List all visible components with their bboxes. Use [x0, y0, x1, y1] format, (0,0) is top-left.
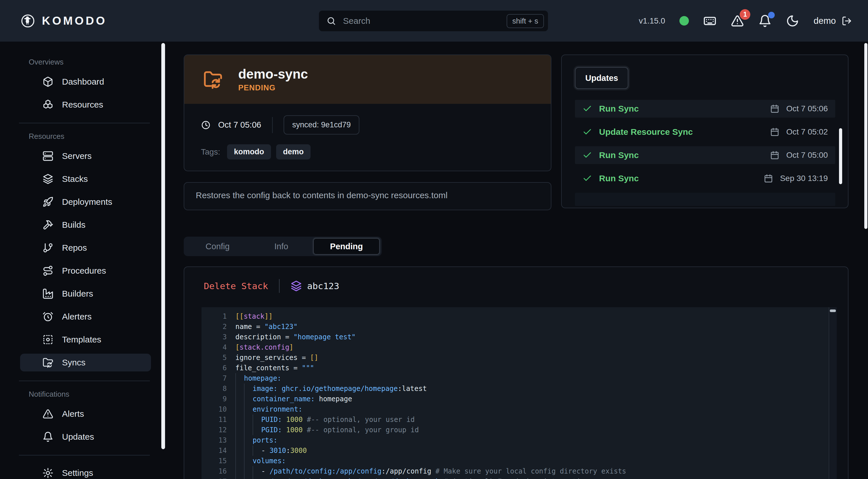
sidebar-item-repos[interactable]: Repos — [20, 239, 151, 257]
code-line: 5ignore_services = [] — [210, 352, 837, 363]
code-line: 8image: ghcr.io/gethomepage/homepage:lat… — [210, 383, 837, 394]
sidebar-item-label: Stacks — [62, 174, 88, 184]
bell-icon — [42, 432, 53, 442]
sidebar-item-label: Alerters — [62, 312, 92, 321]
tab-config[interactable]: Config — [186, 239, 249, 254]
tab-pending[interactable]: Pending — [313, 238, 380, 255]
line-number: 9 — [210, 394, 227, 404]
sidebar-item-procedures[interactable]: Procedures — [20, 262, 151, 280]
sidebar-item-dashboard[interactable]: Dashboard — [20, 73, 151, 91]
page-scrollbar-thumb[interactable] — [864, 43, 867, 229]
update-timestamp: Oct 7 05:00 — [786, 150, 828, 160]
update-row[interactable]: Run SyncSep 30 13:19 — [575, 170, 835, 187]
code-line: 10environment: — [210, 404, 837, 414]
home-link[interactable]: KOMODO — [21, 0, 107, 42]
check-icon — [582, 127, 592, 137]
pending-target-name: abc123 — [307, 281, 339, 291]
indent-guide — [244, 414, 253, 425]
pending-action-label: Delete Stack — [204, 281, 268, 291]
server-status-dot[interactable] — [679, 16, 689, 26]
layers-icon — [42, 174, 53, 184]
code-token: #-- optional, your group id — [307, 426, 419, 434]
resource-title-block: demo-sync PENDING — [238, 67, 308, 92]
code-editor[interactable]: 1[[stack]]2name = "abc123"3description =… — [202, 307, 837, 479]
updates-bell-button[interactable] — [758, 14, 772, 28]
sidebar-item-deployments[interactable]: Deployments — [20, 193, 151, 211]
update-timestamp: Oct 7 05:06 — [786, 104, 828, 113]
updates-notification-dot — [768, 12, 775, 19]
status-badge: PENDING — [238, 84, 308, 92]
update-row[interactable]: Run SyncOct 7 05:00 — [575, 146, 835, 164]
pending-change-header: Delete Stack abc123 — [184, 267, 848, 293]
tag-badge-demo[interactable]: demo — [276, 144, 311, 160]
updates-button[interactable]: Updates — [575, 67, 628, 89]
theme-toggle-button[interactable] — [786, 14, 799, 28]
code-line: 15volumes: — [210, 456, 837, 466]
brand-text: KOMODO — [42, 14, 107, 27]
indent-guide — [244, 394, 253, 404]
code-token: ]] — [265, 312, 273, 320]
updates-scrollbar-thumb[interactable] — [839, 128, 842, 184]
code-scrollbar-thumb[interactable] — [830, 309, 836, 312]
sidebar-item-stacks[interactable]: Stacks — [20, 170, 151, 188]
search-input[interactable] — [342, 16, 500, 26]
sidebar-scrollbar-thumb[interactable] — [161, 43, 165, 449]
resource-header-card: demo-sync PENDING Oct 7 05:06 synced: 9e… — [184, 55, 551, 171]
keyboard-shortcuts-button[interactable] — [703, 14, 716, 28]
sidebar-item-resources[interactable]: Resources — [20, 96, 151, 113]
tags-label: Tags: — [201, 147, 220, 157]
indent-guide — [236, 445, 244, 456]
search-icon — [327, 16, 336, 26]
stack-layers-icon — [290, 280, 302, 292]
global-search[interactable]: shift + s — [319, 11, 548, 31]
calendar-icon — [770, 127, 779, 137]
tab-info[interactable]: Info — [249, 239, 313, 254]
resource-meta-row: Oct 7 05:06 synced: 9e1cd79 — [201, 115, 551, 135]
sidebar-item-updates[interactable]: Updates — [20, 428, 151, 446]
sidebar-item-settings[interactable]: Settings — [20, 464, 151, 479]
check-icon — [582, 104, 592, 113]
indent-guide — [244, 425, 253, 435]
indent-guide — [253, 466, 261, 476]
code-line: 17- /var/run/docker.sock:/var/run/docker… — [210, 476, 837, 479]
indent-guide — [244, 456, 253, 466]
indent-guide — [236, 383, 244, 394]
sidebar-item-label: Syncs — [62, 358, 86, 368]
updates-panel: Updates Run SyncOct 7 05:06Update Resour… — [561, 55, 848, 208]
updated-at-label: Oct 7 05:06 — [218, 120, 261, 130]
sidebar-item-alerters[interactable]: Alerters — [20, 308, 151, 326]
code-token: #-- optional, your user id — [307, 416, 415, 424]
sidebar-item-label: Servers — [62, 151, 92, 161]
code-token: [ — [236, 343, 239, 351]
update-row[interactable]: Update Resource SyncOct 7 05:02 — [575, 123, 835, 141]
logout-icon — [842, 16, 852, 26]
indent-guide — [244, 466, 253, 476]
code-token: :/app/config — [381, 467, 435, 475]
sidebar-item-syncs[interactable]: Syncs — [20, 354, 151, 371]
sidebar-item-templates[interactable]: Templates — [20, 331, 151, 348]
tag-badge-komodo[interactable]: komodo — [227, 144, 271, 160]
clock-icon — [201, 120, 211, 130]
sidebar-item-builds[interactable]: Builds — [20, 216, 151, 234]
code-line: 1[[stack]] — [210, 311, 837, 321]
boxes-icon — [42, 99, 53, 110]
synced-hash-badge: synced: 9e1cd79 — [284, 115, 360, 135]
line-number: 13 — [210, 435, 227, 445]
description-field[interactable]: Restores the config back to contents in … — [184, 182, 551, 210]
update-row[interactable]: Run SyncOct 7 05:06 — [575, 100, 835, 117]
pending-target[interactable]: abc123 — [290, 280, 339, 292]
sidebar-item-alerts[interactable]: Alerts — [20, 405, 151, 423]
sidebar-item-servers[interactable]: Servers — [20, 147, 151, 165]
code-scrollbar-track[interactable] — [829, 307, 837, 479]
indent-guide — [244, 476, 253, 479]
indent-guide — [253, 476, 261, 479]
sidebar-item-builders[interactable]: Builders — [20, 285, 151, 303]
user-menu[interactable]: demo — [813, 16, 852, 26]
alerts-button[interactable]: 1 — [731, 14, 744, 28]
code-token: 3000 — [290, 447, 307, 455]
update-operation-label: Update Resource Sync — [599, 127, 763, 137]
calendar-icon — [770, 150, 779, 160]
code-token: : — [286, 447, 290, 455]
code-line: 11PUID: 1000 #-- optional, your user id — [210, 414, 837, 425]
sidebar-item-label: Settings — [62, 468, 93, 478]
